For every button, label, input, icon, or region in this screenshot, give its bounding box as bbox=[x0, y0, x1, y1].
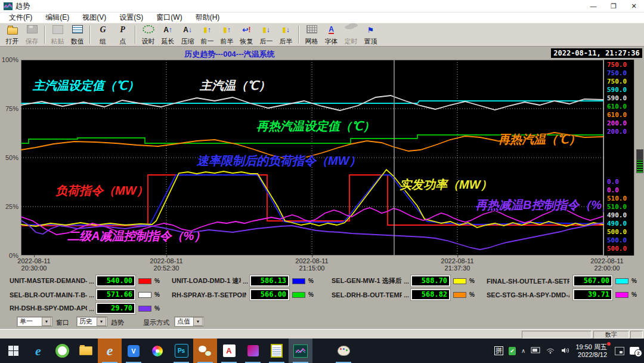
wifi-icon[interactable] bbox=[546, 346, 555, 356]
extend-icon bbox=[163, 25, 173, 35]
toolbar-button-next-one[interactable]: 后一 bbox=[256, 24, 276, 45]
tag-unit: % bbox=[469, 291, 475, 298]
taskbar-file-explorer-icon[interactable] bbox=[74, 339, 98, 363]
tag-unit: % bbox=[631, 291, 637, 298]
taskbar-paint-icon[interactable] bbox=[332, 339, 355, 363]
scale-value: 750.0 bbox=[604, 78, 634, 86]
right-scale-strip: 750.0750.0750.0590.0590.0610.0610.0200.0… bbox=[604, 60, 634, 256]
menu-item[interactable]: 视图(V) bbox=[76, 13, 113, 23]
next-half-icon bbox=[281, 25, 291, 35]
close-button[interactable]: ✕ bbox=[624, 0, 644, 12]
scrollbar-thumb[interactable] bbox=[636, 149, 643, 173]
taskbar-v-app-icon[interactable]: V bbox=[122, 339, 145, 363]
scale-value: 590.0 bbox=[604, 86, 634, 94]
tag-unit: % bbox=[154, 278, 160, 284]
trend-plot-canvas[interactable] bbox=[21, 60, 603, 256]
toolbar-button-point-letter[interactable]: 点 bbox=[113, 24, 132, 45]
pen-color-swatch bbox=[138, 292, 151, 298]
taskbar-edge-icon[interactable]: e bbox=[98, 339, 122, 363]
tag-unit: % bbox=[308, 291, 314, 298]
tag-value: 568.82 bbox=[411, 289, 450, 300]
taskbar-ie-icon[interactable]: e bbox=[26, 339, 50, 363]
display-mode-label: 显示方式 bbox=[143, 318, 169, 327]
maximize-button[interactable]: ❐ bbox=[603, 0, 624, 12]
tag-name: FINAL-SH-OUTLET-A-SETPOINT-1 bbox=[487, 278, 569, 285]
toolbar-button-prev-one[interactable]: 前一 bbox=[197, 24, 217, 45]
toolbar-button-prev-half[interactable]: 前半 bbox=[217, 24, 237, 45]
timer-icon bbox=[345, 25, 354, 29]
app-window-tray-icon[interactable] bbox=[615, 347, 624, 355]
trend-app-icon bbox=[4, 2, 13, 10]
taskbar-wechat-icon[interactable] bbox=[193, 339, 217, 363]
scale-value: 200.0 bbox=[604, 128, 634, 136]
action-center-icon[interactable]: 2 bbox=[630, 347, 639, 355]
status-bar: 数字 bbox=[0, 329, 644, 339]
pen-color-swatch bbox=[453, 278, 466, 284]
y-axis-tick-label: 25% bbox=[5, 203, 18, 210]
monitor-icon[interactable] bbox=[531, 346, 540, 356]
tag-value: 567.00 bbox=[573, 275, 612, 287]
legend-row: RH-SPRAY-B-T-SETPOINT-1566.00% bbox=[172, 288, 314, 302]
usb-eject-icon[interactable]: ✔ bbox=[509, 347, 516, 355]
dropdown-arrow-icon[interactable]: ▼ bbox=[193, 317, 203, 326]
chevron-up-icon[interactable]: ∧ bbox=[521, 347, 525, 354]
taskbar-clock[interactable]: 19:50 周五 2022/8/12 bbox=[575, 343, 609, 359]
toolbar-button-restore[interactable]: 恢复 bbox=[237, 24, 256, 45]
window-mode-select[interactable]: 单一 ▼ bbox=[17, 316, 52, 327]
toolbar-button-set-time[interactable]: 设时 bbox=[138, 24, 158, 45]
toolbar-button-font[interactable]: 字体 bbox=[321, 24, 341, 45]
taskbar-browser-icon[interactable] bbox=[50, 339, 74, 363]
toolbar-button-compress[interactable]: 压缩 bbox=[178, 24, 197, 45]
history-mode-select[interactable]: 历史 ▼ bbox=[76, 316, 107, 327]
start-button[interactable] bbox=[0, 339, 26, 363]
menu-item[interactable]: 设置(S) bbox=[113, 13, 150, 23]
display-mode-select[interactable]: 点值 ▼ bbox=[174, 316, 204, 327]
legend-column: UNIT-MASTER-DEMAND-1 速...540.00%SEL-BLR-… bbox=[10, 274, 160, 315]
toolbar-button-label: 数值 bbox=[71, 38, 84, 45]
menu-item[interactable]: 文件(F) bbox=[2, 13, 39, 23]
x-axis-tick-label: 2022-08-1120:52:30 bbox=[150, 257, 182, 272]
toolbar-button-grid[interactable]: 网格 bbox=[302, 24, 321, 45]
toolbar-button-open-folder[interactable]: 打开 bbox=[2, 24, 22, 45]
toolbar-button-values-table[interactable]: 数值 bbox=[67, 24, 87, 45]
trend-plot[interactable]: 主汽温设定值（℃）主汽温（℃）再热汽温设定值（℃）再热汽温（℃）速率限制后的负荷… bbox=[21, 60, 603, 256]
legend-column: FINAL-SH-OUTLET-A-SETPOINT-1567.00%SEC-S… bbox=[487, 274, 637, 302]
menu-item[interactable]: 编辑(E) bbox=[39, 13, 76, 23]
y-axis-labels: 100%75%50%25%0% bbox=[0, 60, 19, 256]
vertical-scrollbar[interactable] bbox=[634, 60, 644, 256]
dropdown-arrow-icon[interactable]: ▼ bbox=[97, 317, 106, 326]
toolbar-button-timer: 定时 bbox=[341, 24, 361, 45]
ime-indicator[interactable]: 拼 bbox=[494, 346, 503, 355]
menu-item[interactable]: 窗口(W) bbox=[150, 13, 188, 23]
toolbar-button-label: 压缩 bbox=[181, 38, 194, 45]
window-mode-value: 单一 bbox=[20, 317, 33, 326]
ie-icon: e bbox=[35, 343, 41, 359]
toolbar-button-label: 打开 bbox=[6, 38, 19, 45]
minimize-button[interactable]: — bbox=[583, 0, 603, 12]
toolbar-separator bbox=[298, 26, 299, 44]
taskbar-trend-app-icon[interactable] bbox=[289, 339, 312, 363]
taskbar-photoshop-icon[interactable]: Ps bbox=[169, 339, 193, 363]
dropdown-arrow-icon[interactable]: ▼ bbox=[42, 317, 51, 326]
taskbar-red-a-app-icon[interactable]: A bbox=[217, 339, 241, 363]
legend-column: UNIT-LOAD-DMD-1 速率限...586.13%RH-SPRAY-B-… bbox=[172, 274, 314, 302]
toolbar-button-next-half[interactable]: 后半 bbox=[276, 24, 296, 45]
restore-icon bbox=[242, 25, 252, 35]
legend-row: SEL-GEN-MW-1 选择后实发...588.70% bbox=[332, 274, 475, 288]
menu-item[interactable]: 帮助(H) bbox=[189, 13, 227, 23]
toolbar-button-pin-top[interactable]: 置顶 bbox=[361, 24, 380, 45]
speaker-icon[interactable] bbox=[561, 346, 570, 356]
y-axis-tick-label: 50% bbox=[5, 154, 18, 161]
bottom-controls: 单一 ▼ 窗口 历史 ▼ 趋势 显示方式 点值 ▼ bbox=[0, 316, 644, 328]
toolbar-button-extend[interactable]: 延长 bbox=[158, 24, 178, 45]
clipboard-app-icon bbox=[271, 344, 283, 358]
group-letter-icon bbox=[98, 25, 108, 35]
taskbar-clipboard-app-icon[interactable] bbox=[265, 339, 289, 363]
toolbar-button-group-letter[interactable]: 组 bbox=[93, 24, 113, 45]
taskbar-pink-app-icon[interactable] bbox=[241, 339, 265, 363]
save-floppy-icon bbox=[27, 25, 38, 33]
taskbar-color-wheel-icon[interactable] bbox=[145, 339, 169, 363]
scale-max-values: 750.0750.0750.0590.0590.0610.0610.0200.0… bbox=[604, 61, 634, 136]
scale-value: 500.0 bbox=[604, 236, 634, 245]
toolbar-button-label: 前一 bbox=[201, 38, 214, 45]
